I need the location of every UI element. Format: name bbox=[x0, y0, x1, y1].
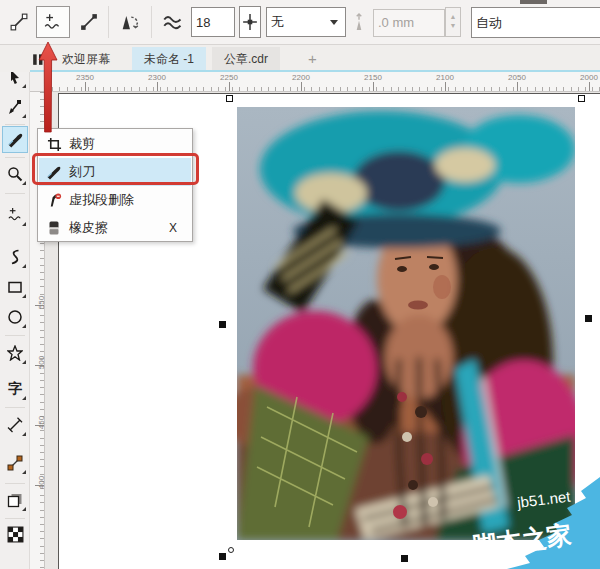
border-cut-icon bbox=[242, 12, 258, 32]
auto-close-value: 自动 bbox=[476, 15, 502, 30]
dimension-tool-button[interactable] bbox=[2, 411, 28, 438]
tab-label: 欢迎屏幕 bbox=[62, 52, 110, 66]
new-tab-button[interactable]: + bbox=[296, 47, 329, 71]
two-point-line-icon bbox=[10, 13, 28, 31]
site-watermark: jb51.net 脚本之家 bbox=[445, 465, 600, 569]
magnifier-icon bbox=[7, 166, 23, 182]
menu-item-label: 虚拟段删除 bbox=[69, 191, 134, 209]
selection-handle-top-left[interactable] bbox=[226, 95, 233, 102]
coreldraw-window: 无 .0 mm ▲▼ 自动 欢迎屏幕 未命名 -1 公章.cdr + bbox=[0, 0, 600, 569]
knife-tool-button[interactable] bbox=[2, 126, 28, 153]
annotation-highlight-box bbox=[32, 153, 199, 185]
tab-untitled-1[interactable]: 未命名 -1 bbox=[132, 47, 206, 71]
polyline-icon bbox=[80, 13, 98, 31]
polygon-tool-button[interactable] bbox=[2, 339, 28, 366]
smoothing-value-input[interactable] bbox=[191, 7, 235, 37]
fill-tool-button[interactable] bbox=[2, 521, 28, 548]
tab-gongzhang-cdr[interactable]: 公章.cdr bbox=[212, 47, 280, 71]
plus-icon: + bbox=[308, 50, 317, 67]
ruler-label: 2150 bbox=[364, 73, 382, 82]
pen-pressure-icon bbox=[351, 12, 367, 32]
separator bbox=[108, 6, 109, 38]
text-tool-glyph: 字 bbox=[8, 380, 22, 398]
freehand-plus-squiggle-icon bbox=[7, 206, 24, 223]
border-cut-button[interactable] bbox=[239, 6, 261, 38]
freehand-plus-squiggle-icon bbox=[43, 11, 63, 33]
close-curve-button[interactable] bbox=[113, 6, 147, 38]
auto-close-dropdown[interactable]: 自动 bbox=[471, 7, 600, 38]
connector-tool-button[interactable] bbox=[2, 449, 28, 476]
shadow-tool-button[interactable] bbox=[2, 486, 28, 513]
eraser-icon bbox=[39, 220, 69, 236]
annotation-arrow-up bbox=[36, 40, 60, 139]
bspline-tool-button[interactable] bbox=[2, 243, 28, 270]
menu-item-shortcut: X bbox=[169, 221, 177, 235]
polyline-button[interactable] bbox=[74, 6, 104, 38]
rectangle-icon bbox=[7, 279, 23, 295]
ruler-label: 450 bbox=[37, 413, 46, 433]
checkerboard-icon bbox=[7, 526, 24, 543]
zoom-tool-button[interactable] bbox=[2, 160, 28, 187]
dimension-line-icon bbox=[7, 417, 23, 433]
selection-handle-mid-left[interactable] bbox=[219, 321, 226, 328]
freehand-tool-button[interactable] bbox=[2, 201, 28, 228]
ruler-label: 2000 bbox=[580, 73, 598, 82]
selection-handle-top-right[interactable] bbox=[578, 95, 585, 102]
pen-pressure-button-disabled bbox=[349, 6, 369, 38]
crop-tool-flyout-menu: 裁剪 刻刀 虚拟段删除 bbox=[37, 128, 193, 242]
watermark-url: jb51.net bbox=[515, 487, 572, 511]
star-icon bbox=[7, 345, 23, 361]
ruler-label: 2200 bbox=[292, 73, 310, 82]
menu-item-eraser[interactable]: 橡皮擦 X bbox=[39, 214, 191, 242]
property-bar: 无 .0 mm ▲▼ 自动 bbox=[0, 0, 600, 45]
node-indicator bbox=[228, 547, 234, 553]
selection-handle-bottom-left[interactable] bbox=[219, 553, 226, 560]
ruler-label: 2350 bbox=[76, 73, 94, 82]
selection-handle-mid-right[interactable] bbox=[585, 315, 592, 322]
chevron-down-icon bbox=[330, 20, 338, 25]
smooth-curve-button[interactable] bbox=[156, 6, 190, 38]
menu-item-label: 橡皮擦 bbox=[69, 219, 108, 237]
double-wave-icon bbox=[161, 12, 185, 32]
ruler-label: 2300 bbox=[148, 73, 166, 82]
ruler-label: 550 bbox=[37, 293, 46, 313]
connector-icon bbox=[7, 455, 23, 471]
shape-tool-button[interactable] bbox=[2, 93, 28, 120]
knife-icon bbox=[7, 131, 24, 148]
ruler-label: 400 bbox=[37, 473, 46, 493]
ellipse-tool-button[interactable] bbox=[2, 303, 28, 330]
freehand-mode-button[interactable] bbox=[36, 6, 70, 38]
window-edge-artifact bbox=[520, 0, 547, 4]
shape-node-icon bbox=[7, 99, 23, 115]
tab-label: 未命名 -1 bbox=[144, 52, 194, 66]
toolbox: 字 bbox=[0, 45, 30, 569]
horizontal-ruler: 2350 2300 2250 2200 2150 2100 2050 2000 bbox=[45, 72, 600, 92]
close-curve-icon bbox=[119, 12, 141, 32]
selection-handle-bottom-mid[interactable] bbox=[401, 555, 408, 562]
ruler-label: 2100 bbox=[436, 73, 454, 82]
outline-width-spinner: ▲▼ bbox=[445, 7, 461, 37]
document-tab-bar: 欢迎屏幕 未命名 -1 公章.cdr + bbox=[0, 45, 600, 72]
outline-style-dropdown[interactable]: 无 bbox=[266, 7, 346, 37]
ruler-label: 2050 bbox=[508, 73, 526, 82]
menu-item-virtual-segment-delete[interactable]: 虚拟段删除 bbox=[39, 186, 191, 214]
drop-shadow-icon bbox=[7, 492, 23, 508]
outline-width-value: .0 mm bbox=[378, 15, 414, 30]
two-point-line-button[interactable] bbox=[4, 6, 34, 38]
text-tool-button[interactable]: 字 bbox=[2, 375, 28, 402]
s-curve-icon bbox=[8, 249, 23, 265]
tab-label: 公章.cdr bbox=[224, 52, 268, 66]
separator bbox=[151, 6, 152, 38]
tab-accent-line bbox=[30, 70, 600, 72]
rectangle-tool-button[interactable] bbox=[2, 273, 28, 300]
outline-style-value: 无 bbox=[271, 14, 284, 29]
outline-width-input: .0 mm bbox=[373, 9, 445, 37]
ruler-label: 2250 bbox=[220, 73, 238, 82]
ruler-label: 500 bbox=[37, 353, 46, 373]
menu-item-label: 裁剪 bbox=[69, 135, 95, 153]
tab-welcome-screen[interactable]: 欢迎屏幕 bbox=[50, 47, 122, 71]
ellipse-icon bbox=[7, 309, 23, 325]
watermark-banner: jb51.net 脚本之家 bbox=[445, 465, 600, 569]
virtual-segment-delete-icon bbox=[39, 192, 69, 208]
